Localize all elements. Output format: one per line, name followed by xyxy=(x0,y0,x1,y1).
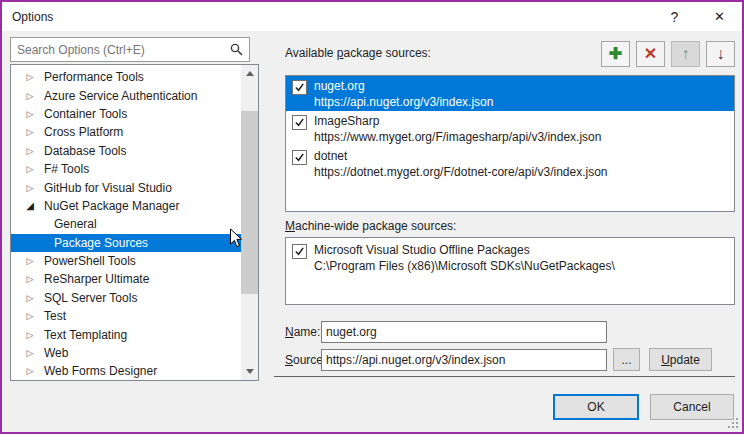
tree-item-label: Database Tools xyxy=(44,144,127,158)
source-text: dotnethttps://dotnet.myget.org/F/dotnet-… xyxy=(314,148,608,181)
tree-item-azure-service-authentication[interactable]: ▷Azure Service Authentication xyxy=(11,86,241,104)
cancel-button[interactable]: Cancel xyxy=(650,394,734,420)
arrow-up-icon: ↑ xyxy=(682,46,690,62)
tree-scrollbar[interactable] xyxy=(241,65,258,380)
source-url: C:\Program Files (x86)\Microsoft SDKs\Nu… xyxy=(314,258,615,274)
tree-item-label: Container Tools xyxy=(44,107,127,121)
browse-button[interactable]: ... xyxy=(613,348,640,371)
tree-item-label: GitHub for Visual Studio xyxy=(44,181,172,195)
resize-grip[interactable] xyxy=(728,418,738,428)
checkbox-checked[interactable] xyxy=(292,244,307,259)
tree-item-label: Web Forms Designer xyxy=(44,364,157,378)
search-icon[interactable] xyxy=(230,43,243,56)
options-dialog: Options ? ✕ ▷Performance Tools▷Azure Ser… xyxy=(0,0,744,434)
tree-item-label: Package Sources xyxy=(54,236,148,250)
tree-expanded-icon[interactable]: ◢ xyxy=(23,200,37,211)
tree-collapsed-icon[interactable]: ▷ xyxy=(23,109,37,119)
source-row-nuget-org[interactable]: nuget.orghttps://api.nuget.org/v3/index.… xyxy=(286,76,734,111)
tree-item-powershell-tools[interactable]: ▷PowerShell Tools xyxy=(11,252,241,270)
add-source-button[interactable]: ✚ xyxy=(601,41,630,67)
tree-item-label: Performance Tools xyxy=(44,70,144,84)
tree-item-cross-platform[interactable]: ▷Cross Platform xyxy=(11,123,241,141)
source-text: ImageSharphttps://www.myget.org/F/images… xyxy=(314,113,601,146)
source-name: nuget.org xyxy=(314,78,493,94)
tree-collapsed-icon[interactable]: ▷ xyxy=(23,183,37,193)
tree-item-resharper-ultimate[interactable]: ▷ReSharper Ultimate xyxy=(11,270,241,288)
tree-item-web-forms-designer[interactable]: ▷Web Forms Designer xyxy=(11,362,241,380)
tree-item-performance-tools[interactable]: ▷Performance Tools xyxy=(11,68,241,86)
name-label: Name: xyxy=(285,325,320,339)
tree-collapsed-icon[interactable]: ▷ xyxy=(23,91,37,101)
source-row-imagesharp[interactable]: ImageSharphttps://www.myget.org/F/images… xyxy=(286,111,734,146)
footer-divider xyxy=(274,376,735,377)
settings-tree: ▷Performance Tools▷Azure Service Authent… xyxy=(10,64,259,381)
tree-collapsed-icon[interactable]: ▷ xyxy=(23,72,37,82)
tree-item-label: Text Templating xyxy=(44,328,127,342)
checkbox-checked[interactable] xyxy=(292,80,307,95)
tree-item-label: F# Tools xyxy=(44,162,89,176)
remove-source-button[interactable]: ✕ xyxy=(636,41,665,67)
tree-item-label: PowerShell Tools xyxy=(44,254,136,268)
tree-collapsed-icon[interactable]: ▷ xyxy=(23,330,37,340)
tree-item-web[interactable]: ▷Web xyxy=(11,344,241,362)
update-button[interactable]: Update xyxy=(649,348,712,371)
tree-collapsed-icon[interactable]: ▷ xyxy=(23,127,37,137)
close-button[interactable]: ✕ xyxy=(697,2,742,31)
tree-item-text-templating[interactable]: ▷Text Templating xyxy=(11,325,241,343)
source-row-dotnet[interactable]: dotnethttps://dotnet.myget.org/F/dotnet-… xyxy=(286,146,734,181)
source-row-microsoft-visual-studio-offline-packages[interactable]: Microsoft Visual Studio Offline Packages… xyxy=(286,238,734,272)
source-text: Microsoft Visual Studio Offline Packages… xyxy=(314,242,615,272)
red-x-icon: ✕ xyxy=(644,46,657,62)
arrow-down-icon: ↓ xyxy=(717,46,725,62)
plus-icon: ✚ xyxy=(609,46,622,62)
tree-item-sql-server-tools[interactable]: ▷SQL Server Tools xyxy=(11,289,241,307)
tree-item-general[interactable]: General xyxy=(11,215,241,233)
available-sources-label: Available package sources: xyxy=(285,46,431,60)
tree-collapsed-icon[interactable]: ▷ xyxy=(23,164,37,174)
checkbox-checked[interactable] xyxy=(292,115,307,130)
move-up-button: ↑ xyxy=(671,41,700,67)
tree-item-container-tools[interactable]: ▷Container Tools xyxy=(11,105,241,123)
source-name: Microsoft Visual Studio Offline Packages xyxy=(314,242,615,258)
window-title: Options xyxy=(2,10,53,24)
tree-item-label: General xyxy=(54,217,97,231)
checkbox-checked[interactable] xyxy=(292,150,307,165)
tree-collapsed-icon[interactable]: ▷ xyxy=(23,366,37,376)
scrollbar-thumb[interactable] xyxy=(241,111,258,294)
tree-collapsed-icon[interactable]: ▷ xyxy=(23,293,37,303)
source-field[interactable] xyxy=(321,349,607,371)
sources-toolbar: ✚✕↑↓ xyxy=(601,41,735,67)
tree-item-test[interactable]: ▷Test xyxy=(11,307,241,325)
source-url: https://api.nuget.org/v3/index.json xyxy=(314,94,493,110)
tree-collapsed-icon[interactable]: ▷ xyxy=(23,348,37,358)
scroll-down-icon[interactable] xyxy=(241,363,258,380)
search-input[interactable] xyxy=(11,39,230,60)
source-text: nuget.orghttps://api.nuget.org/v3/index.… xyxy=(314,78,493,111)
tree-collapsed-icon[interactable]: ▷ xyxy=(23,146,37,156)
available-sources-list[interactable]: nuget.orghttps://api.nuget.org/v3/index.… xyxy=(285,75,735,212)
machine-sources-list[interactable]: Microsoft Visual Studio Offline Packages… xyxy=(285,237,735,305)
tree-collapsed-icon[interactable]: ▷ xyxy=(23,274,37,284)
tree-collapsed-icon[interactable]: ▷ xyxy=(23,256,37,266)
source-url: https://dotnet.myget.org/F/dotnet-core/a… xyxy=(314,164,608,180)
scroll-up-icon[interactable] xyxy=(241,65,258,82)
source-url: https://www.myget.org/F/imagesharp/api/v… xyxy=(314,129,601,145)
tree-item-label: NuGet Package Manager xyxy=(44,199,179,213)
machine-sources-label: Machine-wide package sources: xyxy=(285,219,456,233)
ok-button[interactable]: OK xyxy=(553,394,639,420)
tree-item-label: Web xyxy=(44,346,68,360)
help-button[interactable]: ? xyxy=(652,2,697,31)
tree-item-label: Cross Platform xyxy=(44,125,123,139)
tree-collapsed-icon[interactable]: ▷ xyxy=(23,311,37,321)
tree-item-label: SQL Server Tools xyxy=(44,291,137,305)
tree-item-f-tools[interactable]: ▷F# Tools xyxy=(11,160,241,178)
tree-item-github-for-visual-studio[interactable]: ▷GitHub for Visual Studio xyxy=(11,178,241,196)
name-field[interactable] xyxy=(321,321,607,343)
tree-item-database-tools[interactable]: ▷Database Tools xyxy=(11,142,241,160)
source-name: dotnet xyxy=(314,148,608,164)
move-down-button[interactable]: ↓ xyxy=(706,41,735,67)
options-tree: ▷Performance Tools▷Azure Service Authent… xyxy=(11,65,241,380)
source-name: ImageSharp xyxy=(314,113,601,129)
tree-item-nuget-package-manager[interactable]: ◢NuGet Package Manager xyxy=(11,197,241,215)
tree-item-package-sources[interactable]: Package Sources xyxy=(11,234,241,252)
